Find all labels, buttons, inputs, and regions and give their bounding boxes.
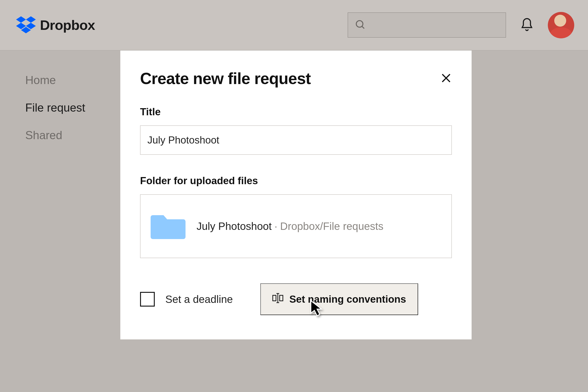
close-icon[interactable] xyxy=(440,72,452,85)
header-right xyxy=(348,12,574,38)
folder-icon xyxy=(150,210,186,243)
title-input[interactable] xyxy=(140,126,452,155)
sidebar-nav: Home File request Shared xyxy=(25,74,85,142)
title-label: Title xyxy=(140,106,452,118)
folder-path: Dropbox/File requests xyxy=(280,220,383,232)
svg-rect-9 xyxy=(273,295,276,301)
deadline-checkbox[interactable] xyxy=(140,292,155,306)
sidebar-item-home[interactable]: Home xyxy=(25,74,85,87)
user-avatar[interactable] xyxy=(548,12,574,38)
svg-line-6 xyxy=(362,26,364,29)
modal-title: Create new file request xyxy=(140,69,311,88)
deadline-checkbox-group[interactable]: Set a deadline xyxy=(140,292,233,306)
text-cursor-icon xyxy=(272,293,283,306)
folder-picker[interactable]: July Photoshoot·Dropbox/File requests xyxy=(140,194,452,258)
svg-marker-1 xyxy=(26,16,36,23)
brand: Dropbox xyxy=(16,16,95,34)
create-file-request-modal: Create new file request Title Folder for… xyxy=(120,50,472,340)
folder-label: Folder for uploaded files xyxy=(140,175,452,186)
svg-rect-10 xyxy=(280,295,283,301)
notifications-icon[interactable] xyxy=(520,18,534,32)
dropbox-logo-icon xyxy=(16,16,36,34)
deadline-checkbox-label: Set a deadline xyxy=(165,293,233,306)
brand-name: Dropbox xyxy=(40,17,95,33)
search-icon xyxy=(355,19,366,31)
svg-point-5 xyxy=(356,21,363,27)
search-input[interactable] xyxy=(348,12,506,38)
app-header: Dropbox xyxy=(0,0,588,50)
sidebar-item-shared[interactable]: Shared xyxy=(25,128,85,142)
set-naming-conventions-button[interactable]: Set naming conventions xyxy=(260,284,418,315)
svg-marker-0 xyxy=(16,16,26,23)
folder-path-text: July Photoshoot·Dropbox/File requests xyxy=(196,220,383,232)
folder-name: July Photoshoot xyxy=(196,220,272,232)
naming-button-label: Set naming conventions xyxy=(289,294,406,305)
sidebar-item-file-request[interactable]: File request xyxy=(25,101,85,114)
